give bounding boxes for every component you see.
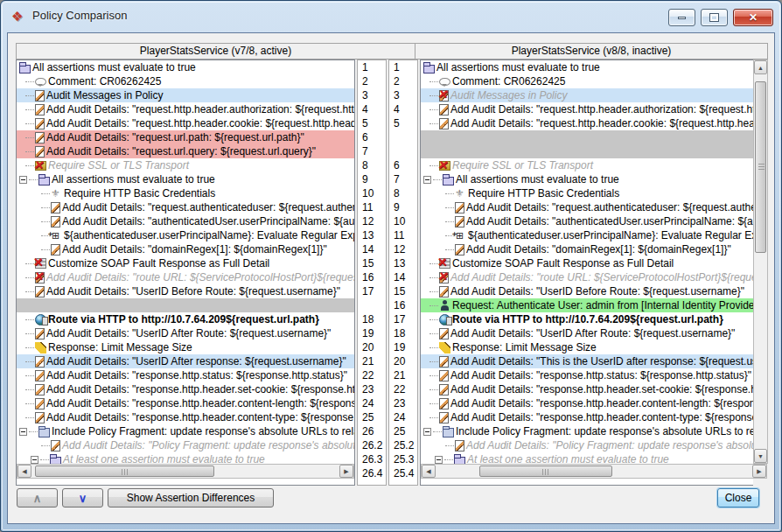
assertion-row[interactable]: Add Audit Details: "request.authenticate… (17, 200, 354, 214)
assertion-row[interactable]: Request: Authenticate User: admin from [… (421, 298, 753, 312)
assertion-row[interactable] (17, 298, 354, 312)
assertion-row[interactable]: Route via HTTP to http://10.7.64.209${re… (17, 312, 354, 326)
assertion-row[interactable]: Add Audit Details: "request.http.header.… (17, 116, 354, 130)
audit-icon (35, 384, 45, 396)
assertion-row[interactable]: ${authenticateduser.userPrincipalName}: … (421, 228, 753, 242)
assertion-row[interactable]: Route via HTTP to http://10.7.64.209${re… (421, 312, 753, 326)
assertion-row[interactable]: Add Audit Details: "response.http.status… (421, 368, 753, 382)
maximize-button[interactable] (701, 9, 728, 26)
scroll-down-arrow-icon[interactable]: ▼ (754, 449, 767, 463)
title-bar[interactable]: ❖ Policy Comparison ✕ (1, 1, 781, 32)
assertion-row[interactable]: Customize SOAP Fault Response as Full De… (421, 256, 753, 270)
horizontal-scrollbar-thumb[interactable] (479, 466, 612, 477)
left-policy-header: PlayerStatsService (v7/8, active) (16, 43, 415, 60)
show-assertion-differences-button[interactable]: Show Assertion Differences (108, 488, 274, 508)
expander-minus-icon[interactable] (31, 456, 38, 464)
assertion-row[interactable]: Add Audit Details: "response.http.header… (421, 396, 753, 410)
scroll-right-arrow-icon[interactable]: ▶ (752, 465, 766, 478)
assertion-row[interactable]: All assertions must evaluate to true (17, 60, 354, 74)
assertion-row[interactable]: Audit Messages in Policy (421, 88, 753, 102)
vertical-scrollbar-thumb[interactable] (755, 81, 766, 253)
assertion-row[interactable]: Add Audit Details: "domainRegex[1]: ${do… (17, 242, 354, 256)
assertion-row[interactable]: Add Audit Details: "response.http.header… (421, 382, 753, 396)
expander-minus-icon[interactable] (19, 428, 27, 436)
assertion-row[interactable]: Add Audit Details: "request.url.path: ${… (17, 130, 354, 144)
scroll-left-arrow-icon[interactable]: ◀ (17, 465, 31, 478)
close-window-button[interactable]: ✕ (733, 9, 773, 26)
expander-minus-icon[interactable] (423, 428, 431, 436)
assertion-row[interactable]: Add Audit Details: "response.http.header… (421, 410, 753, 424)
expander-minus-icon[interactable] (435, 456, 443, 464)
assertion-row[interactable]: Add Audit Details: "Policy Fragment: upd… (421, 438, 753, 452)
assertion-row[interactable]: Add Audit Details: "UserID Before Route:… (17, 284, 354, 298)
right-horizontal-scrollbar[interactable]: ◀ ▶ (421, 464, 767, 479)
assertion-row[interactable]: All assertions must evaluate to true (421, 60, 753, 74)
assertion-label: Add Audit Details: "UserID Before Route:… (46, 285, 340, 298)
scroll-up-arrow-icon[interactable]: ▲ (754, 60, 767, 74)
assertion-row[interactable]: Add Audit Details: "request.url.query: $… (17, 144, 354, 158)
assertion-row[interactable]: Add Audit Details: "domainRegex[1]: ${do… (421, 242, 753, 256)
tree-connector (445, 445, 454, 446)
assertion-row[interactable]: All assertions must evaluate to true (17, 172, 354, 186)
tree-connector (429, 389, 438, 390)
assertion-row[interactable]: Add Audit Details: "UserID Before Route:… (421, 284, 753, 298)
assertion-row[interactable]: Add Audit Details: "authenticatedUser.us… (421, 214, 753, 228)
assertion-row[interactable]: Add Audit Details: "UserID After respons… (17, 354, 354, 368)
assertion-row[interactable]: Require SSL or TLS Transport (421, 158, 753, 172)
tree-indent (423, 207, 445, 208)
assertion-row[interactable]: Add Audit Details: "This is the UserID a… (421, 354, 753, 368)
assertion-row[interactable]: Add Audit Details: "Policy Fragment: upd… (17, 438, 354, 452)
tree-indent (423, 235, 445, 236)
assertion-row[interactable]: Add Audit Details: "response.http.status… (17, 368, 354, 382)
assertion-row[interactable]: Add Audit Details: "UserID After Route: … (17, 326, 354, 340)
assertion-row[interactable]: Response: Limit Message Size (17, 340, 354, 354)
expander-minus-icon[interactable] (19, 176, 27, 184)
horizontal-scrollbar-thumb[interactable] (35, 466, 214, 477)
scroll-left-arrow-icon[interactable]: ◀ (422, 465, 436, 478)
assertion-row[interactable]: Add Audit Details: "request.http.header.… (17, 102, 354, 116)
folder-icon (38, 177, 50, 186)
assertion-row[interactable]: Require SSL or TLS Transport (17, 158, 354, 172)
assertion-row[interactable] (421, 130, 753, 144)
assertion-row[interactable] (421, 144, 753, 158)
close-button[interactable]: Close (717, 488, 759, 508)
right-vertical-scrollbar[interactable]: ▲ ▼ (753, 60, 768, 464)
scroll-right-arrow-icon[interactable]: ▶ (339, 465, 353, 478)
assertion-row[interactable]: Include Policy Fragment: update response… (17, 424, 354, 438)
assertion-row[interactable]: Customize SOAP Fault Response as Full De… (17, 256, 354, 270)
right-policy-tree[interactable]: All assertions must evaluate to trueComm… (420, 60, 753, 486)
assertion-row[interactable]: Comment: CR06262425 (421, 74, 753, 88)
assertion-row[interactable]: Comment: CR06262425 (17, 74, 354, 88)
assertion-row[interactable]: Audit Messages in Policy (17, 88, 354, 102)
assertion-row[interactable]: Require HTTP Basic Credentials (421, 186, 753, 200)
tree-indent (423, 361, 429, 362)
assertion-row[interactable]: Add Audit Details: "UserID After Route: … (421, 326, 753, 340)
line-number: 2 (389, 74, 417, 88)
next-difference-button[interactable]: ∨ (62, 488, 103, 508)
tree-indent (19, 137, 25, 138)
tree-connector (29, 179, 38, 180)
assertion-row[interactable]: All assertions must evaluate to true (421, 172, 753, 186)
assertion-row[interactable]: Add Audit Details: "authenticatedUser.us… (17, 214, 354, 228)
previous-difference-button[interactable]: ∧ (17, 488, 58, 508)
assertion-row[interactable]: Add Audit Details: "route URL: ${Service… (421, 270, 753, 284)
assertion-row[interactable]: Add Audit Details: "route URL: ${Service… (17, 270, 354, 284)
assertion-row[interactable]: Add Audit Details: "response.http.header… (17, 396, 354, 410)
assertion-row[interactable]: Add Audit Details: "request.http.header.… (421, 102, 753, 116)
assertion-row[interactable]: ${authenticateduser.userPrincipalName}: … (17, 228, 354, 242)
left-horizontal-scrollbar[interactable]: ◀ ▶ (17, 464, 354, 479)
expander-minus-icon[interactable] (423, 176, 431, 184)
tree-indent (19, 165, 25, 166)
assertion-row[interactable]: Add Audit Details: "request.http.header.… (421, 116, 753, 130)
assertion-row[interactable]: Require HTTP Basic Credentials (17, 186, 354, 200)
assertion-row[interactable]: Add Audit Details: "response.http.header… (17, 382, 354, 396)
assertion-row[interactable]: Add Audit Details: "request.authenticate… (421, 200, 753, 214)
regex-icon (51, 230, 62, 242)
assertion-label: Response: Limit Message Size (452, 341, 597, 354)
minimize-button[interactable] (668, 9, 695, 26)
line-number (389, 130, 417, 144)
left-policy-tree[interactable]: All assertions must evaluate to trueComm… (16, 60, 355, 486)
assertion-row[interactable]: Add Audit Details: "response.http.header… (17, 410, 354, 424)
assertion-row[interactable]: Response: Limit Message Size (421, 340, 753, 354)
assertion-row[interactable]: Include Policy Fragment: update response… (421, 424, 753, 438)
